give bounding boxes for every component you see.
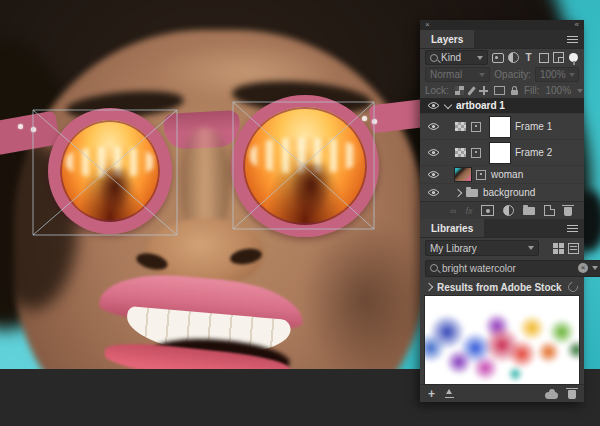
frame-content-thumbnail[interactable]	[455, 148, 466, 157]
layer-row-woman[interactable]: woman	[420, 166, 584, 184]
layer-name: Frame 1	[515, 121, 552, 132]
fill-value: 100%	[545, 85, 571, 96]
frame-badge-icon	[471, 122, 481, 132]
opacity-label: Opacity:	[494, 69, 531, 80]
search-icon	[430, 264, 438, 272]
sync-status-cloud-icon[interactable]	[545, 389, 558, 399]
smart-object-badge-icon	[476, 170, 486, 180]
layer-name: background	[483, 187, 535, 198]
opacity-value: 100%	[540, 69, 566, 80]
filter-kind-label: Kind	[441, 52, 461, 63]
list-view-icon[interactable]	[568, 243, 579, 254]
layer-row-artboard[interactable]: artboard 1	[420, 98, 584, 114]
stock-results-header[interactable]: Results from Adobe Stock	[420, 278, 584, 296]
library-name: My Library	[430, 243, 477, 254]
refresh-icon[interactable]	[566, 280, 580, 294]
lock-transparency-icon[interactable]	[455, 86, 464, 95]
filter-type-layers-button[interactable]: T	[523, 52, 534, 64]
stock-result-thumbnail[interactable]	[425, 296, 579, 384]
layer-name: Frame 2	[515, 147, 552, 158]
watercolor-image	[425, 296, 579, 384]
lock-pixels-brush-icon[interactable]	[470, 86, 473, 96]
new-layer-icon[interactable]	[544, 205, 555, 216]
libraries-panel: Libraries My Library × Results from Adob…	[420, 219, 584, 402]
frame-content-thumbnail[interactable]	[455, 122, 466, 131]
chevron-down-icon[interactable]	[444, 100, 452, 108]
lock-label: Lock:	[425, 85, 449, 96]
eye-visibility-icon[interactable]	[427, 101, 440, 110]
grid-view-icon[interactable]	[553, 243, 564, 254]
new-group-folder-icon[interactable]	[523, 207, 535, 215]
add-layer-mask-icon[interactable]	[481, 205, 494, 216]
libraries-footer: +	[420, 384, 584, 402]
filter-pixel-layers-button[interactable]	[492, 52, 504, 64]
layers-footer: ∞ fx	[420, 201, 584, 219]
library-select-row: My Library	[420, 238, 584, 258]
group-folder-icon	[466, 189, 478, 197]
eye-visibility-icon[interactable]	[427, 122, 440, 131]
add-content-plus-icon[interactable]: +	[428, 389, 435, 399]
clear-search-icon[interactable]: ×	[578, 263, 588, 273]
blend-mode-value: Normal	[430, 69, 462, 80]
panel-group: × « Layers Kind T Normal Opa	[420, 20, 584, 402]
library-select[interactable]: My Library	[425, 240, 539, 256]
lock-row: Lock: Fill: 100%	[420, 83, 584, 98]
eye-visibility-icon[interactable]	[427, 148, 440, 157]
layers-tabbar: Layers	[420, 30, 584, 49]
new-adjustment-layer-icon[interactable]	[503, 205, 514, 216]
library-search-row: ×	[420, 258, 584, 278]
filtering-toggle[interactable]	[568, 52, 579, 64]
blend-row: Normal Opacity: 100%	[420, 66, 584, 83]
frame-thumbnail[interactable]	[490, 143, 510, 163]
panel-menu-icon[interactable]	[567, 225, 578, 232]
tab-layers[interactable]: Layers	[420, 30, 474, 48]
layer-style-fx-icon[interactable]: fx	[465, 206, 472, 216]
filter-shape-layers-button[interactable]	[538, 52, 549, 64]
library-search-field[interactable]: ×	[425, 260, 600, 277]
layer-row-frame2[interactable]: Frame 2	[420, 140, 584, 166]
eye-visibility-icon[interactable]	[427, 170, 440, 179]
collapse-panels-icon[interactable]: «	[575, 21, 579, 29]
layer-name: woman	[491, 169, 523, 180]
filter-kind-select[interactable]: Kind	[425, 50, 488, 65]
layer-row-background[interactable]: background	[420, 184, 584, 201]
chevron-right-icon[interactable]	[454, 188, 462, 196]
chevron-right-icon[interactable]	[425, 283, 433, 291]
search-icon	[430, 54, 438, 62]
chevron-down-icon	[477, 56, 483, 60]
fill-label: Fill:	[524, 85, 540, 96]
filter-smart-objects-button[interactable]	[553, 52, 564, 64]
frame-thumbnail[interactable]	[490, 117, 510, 137]
close-icon[interactable]: ×	[425, 21, 430, 29]
opacity-select[interactable]: 100%	[535, 67, 579, 82]
layers-panel: Layers Kind T Normal Opacity: 100%	[420, 30, 584, 219]
tab-libraries[interactable]: Libraries	[420, 219, 484, 237]
filter-adjustment-layers-button[interactable]	[508, 52, 519, 64]
layer-row-frame1[interactable]: Frame 1	[420, 114, 584, 140]
chevron-down-icon[interactable]	[592, 266, 598, 270]
lock-artboard-icon[interactable]	[494, 86, 505, 95]
panel-menu-icon[interactable]	[567, 36, 578, 43]
frame-badge-icon	[471, 148, 481, 158]
frame-placeholder-guide-right[interactable]	[233, 102, 374, 229]
layer-name: artboard 1	[456, 100, 505, 111]
layer-filter-row: Kind T	[420, 49, 584, 66]
delete-layer-trash-icon[interactable]	[564, 205, 572, 216]
blend-mode-select[interactable]: Normal	[425, 67, 490, 82]
results-label: Results from Adobe Stock	[437, 282, 562, 293]
search-input[interactable]	[442, 263, 574, 274]
panel-grip[interactable]: × «	[420, 20, 584, 30]
chevron-down-icon	[528, 246, 534, 250]
upload-icon[interactable]	[445, 389, 454, 398]
chevron-down-icon	[569, 73, 575, 77]
lock-all-padlock-icon[interactable]	[511, 86, 518, 95]
frame-placeholder-guide-left[interactable]	[33, 110, 177, 235]
lock-position-move-icon[interactable]	[479, 86, 488, 95]
eye-visibility-icon[interactable]	[427, 188, 440, 197]
libraries-tabbar: Libraries	[420, 219, 584, 238]
layer-thumbnail[interactable]	[455, 168, 471, 181]
link-layers-icon[interactable]: ∞	[450, 206, 456, 216]
hinge-dot	[18, 124, 23, 129]
chevron-down-icon	[479, 73, 485, 77]
delete-item-trash-icon[interactable]	[568, 388, 576, 399]
